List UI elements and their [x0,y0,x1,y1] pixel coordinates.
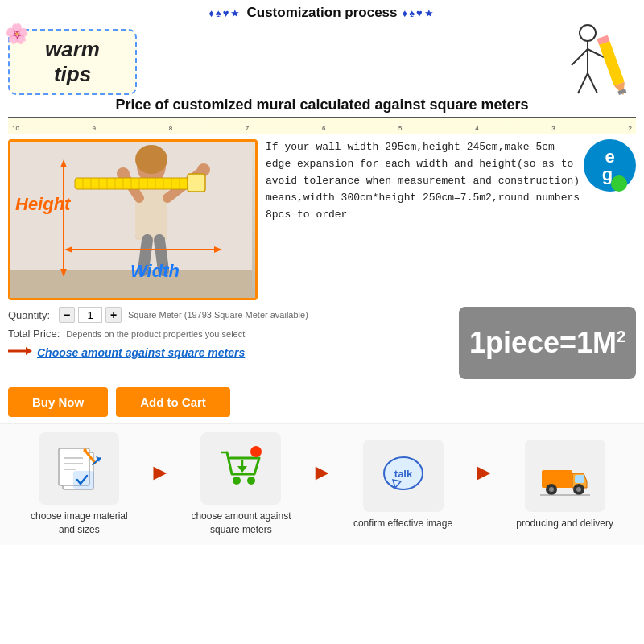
stick-figure-pencil-icon [564,21,636,118]
qty-price-section: Quantity: − + Square Meter (19793 Square… [0,300,644,382]
svg-rect-38 [188,174,205,192]
step-arrow-3: ► [473,460,495,485]
step-2-label: choose amount against square meters [184,510,297,537]
choose-amount-text: Choose amount against square meters [37,346,245,359]
delivery-truck-icon [537,448,593,504]
choose-amount-row: Choose amount against square meters [8,343,451,359]
eg-text: e g. [602,148,618,184]
price-title-section: Price of customized mural calculated aga… [0,95,644,117]
process-step-1: choose image material and sizes [23,432,135,537]
qty-row: Quantity: − + Square Meter (19793 Square… [8,307,451,323]
main-content: Height Width e g. [0,139,644,300]
ruler-bar: 10 9 8 7 6 5 4 3 2 [8,117,636,134]
qty-controls: − + [59,307,122,323]
step-1-label: choose image material and sizes [23,510,135,537]
measure-image-container: Height Width [8,139,258,300]
svg-rect-67 [575,475,584,483]
svg-line-2 [572,49,588,65]
warm-tips-line1: warm [23,37,122,62]
piece-badge: 1piece=1M2 [459,307,636,379]
step-1-icon-box [39,432,119,505]
width-label-container: Width [63,243,247,282]
buttons-section: Buy Now Add to Cart [0,382,644,423]
example-section: e g. If your wall width 295cm,height 245… [266,139,636,300]
example-text: If your wall width 295cm,height 245cm,ma… [266,139,636,223]
step-2-icon-box [200,432,281,505]
buy-now-button[interactable]: Buy Now [8,387,108,417]
step-3-label: confirm effective image [353,517,452,530]
svg-point-58 [233,477,241,485]
svg-point-0 [580,25,596,41]
svg-line-5 [588,73,597,93]
price-value: Depends on the product properties you se… [66,329,245,339]
header-deco-left: ♦♠♥★ [208,7,242,19]
price-row: Total Price: Depends on the product prop… [8,328,451,340]
svg-point-71 [576,487,581,492]
svg-marker-46 [26,347,32,355]
step-4-icon-box [525,440,605,512]
qty-input[interactable] [78,307,102,323]
eg-badge: e g. [584,139,636,192]
pencil-figure-wrapper [564,21,636,121]
chat-bubble-icon: talk [375,448,431,504]
qty-unit-info: Square Meter (19793 Square Meter availab… [128,310,308,320]
svg-marker-43 [64,246,72,253]
image-sizes-icon [51,440,107,497]
header-deco-right: ♦♠♥★ [402,7,436,19]
flower-decoration: 🌸 [5,23,29,45]
qty-price-left: Quantity: − + Square Meter (19793 Square… [8,307,451,379]
qty-minus-button[interactable]: − [59,307,75,323]
step-4-label: producing and delivery [516,517,613,530]
piece-text: 1piece=1M2 [469,326,625,360]
step-arrow-2: ► [311,460,333,485]
add-to-cart-button[interactable]: Add to Cart [116,387,230,417]
svg-point-69 [549,487,554,492]
process-step-3: talk confirm effective image [347,440,460,530]
svg-marker-40 [60,159,67,167]
warm-tips-line2: tips [23,62,122,87]
measure-image-inner: Height Width [10,142,255,298]
svg-marker-44 [214,246,222,253]
svg-marker-62 [237,466,247,473]
header-section: ♦♠♥★ Customization process ♦♠♥★ [0,0,644,21]
svg-point-14 [135,145,167,174]
qty-label: Quantity: [8,309,52,321]
svg-text:talk: talk [394,468,412,480]
ruler-ticks: 10 9 8 7 6 5 4 3 2 [8,125,636,132]
ruler-container: 10 9 8 7 6 5 4 3 2 [0,117,644,134]
price-title: Price of customized mural calculated aga… [8,97,636,114]
red-arrow-icon [8,343,32,359]
step-3-icon-box: talk [363,440,444,512]
process-step-2: choose amount against square meters [184,432,297,537]
process-step-4: producing and delivery [509,440,621,530]
width-label: Width [63,261,247,282]
step-arrow-1: ► [149,460,171,485]
price-label: Total Price: [8,328,60,340]
width-arrow-icon [63,243,224,256]
process-section: choose image material and sizes ► choose… [0,423,644,545]
top-row: 🌸 warm tips [0,21,644,95]
shopping-cart-icon [213,440,269,497]
warm-tips-wrapper: 🌸 warm tips [8,26,161,95]
svg-rect-66 [542,470,572,488]
svg-point-59 [247,477,255,485]
header-title: Customization process [246,5,397,21]
svg-line-4 [578,73,588,93]
svg-point-60 [250,446,262,457]
qty-plus-button[interactable]: + [105,307,122,323]
